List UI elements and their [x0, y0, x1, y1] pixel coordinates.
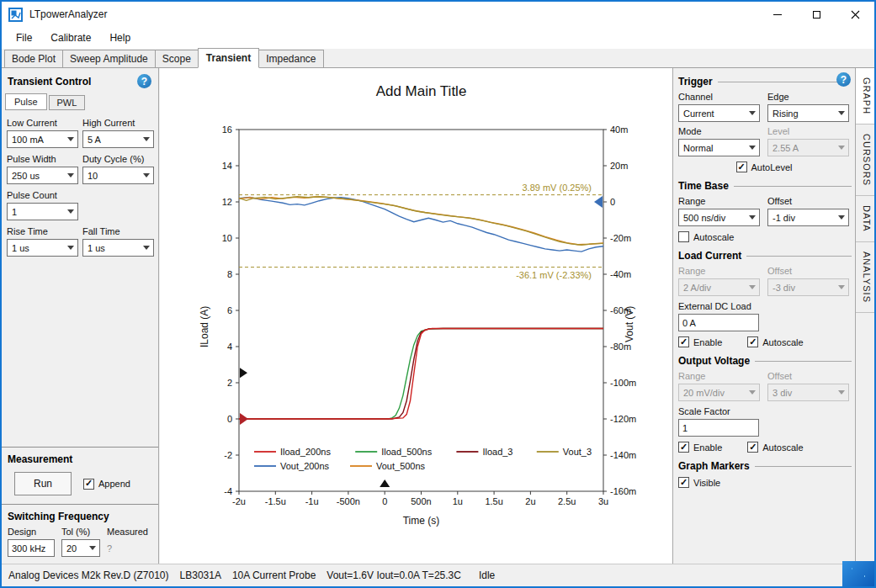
menu-calibrate[interactable]: Calibrate	[41, 29, 100, 47]
chevron-down-icon	[143, 173, 150, 177]
range-label: Range	[678, 196, 760, 206]
y-axis-label-left: ILoad (A)	[199, 306, 210, 347]
low-current-value: 100 mA	[12, 135, 44, 145]
load-current-range-select: 2 A/div	[678, 278, 760, 296]
offset-label: Offset	[767, 196, 849, 206]
run-button[interactable]: Run	[14, 472, 72, 495]
time-base-range-field: Range 500 ns/div	[678, 196, 760, 226]
visible-label: Visible	[693, 478, 720, 488]
status-bar: Analog Devices M2k Rev.D (Z7010) LB3031A…	[2, 564, 874, 586]
transient-control-title: Transient Control	[8, 76, 91, 87]
duty-cycle-select[interactable]: 10	[82, 167, 154, 184]
trigger-edge-select[interactable]: Rising	[767, 104, 849, 122]
tab-sweep-amplitude[interactable]: Sweep Amplitude	[62, 50, 156, 67]
pulse-count-select[interactable]: 1	[7, 203, 78, 220]
tab-transient[interactable]: Transient	[198, 48, 259, 68]
side-tab-cursors[interactable]: CURSORS	[856, 124, 874, 196]
tab-pulse[interactable]: Pulse	[5, 93, 47, 110]
status-readings: Vout=1.6V Iout=0.0A T=25.3C	[327, 569, 461, 581]
fall-time-select[interactable]: 1 us	[82, 239, 154, 257]
tab-scope[interactable]: Scope	[155, 50, 199, 67]
duty-cycle-label: Duty Cycle (%)	[82, 154, 154, 164]
side-tab-analysis[interactable]: ANALYSIS	[856, 242, 874, 313]
menu-help[interactable]: Help	[100, 29, 140, 47]
append-checkbox[interactable]: Append	[83, 479, 130, 490]
window-title: LTpowerAnalyzer	[29, 8, 758, 20]
checkbox-box	[678, 477, 689, 488]
minimize-button[interactable]	[758, 2, 797, 27]
checkbox-box	[736, 162, 747, 172]
trigger-section-header: Trigger	[673, 76, 855, 87]
output-voltage-autoscale-checkbox[interactable]: Autoscale	[747, 442, 803, 453]
scale-factor-input[interactable]	[678, 419, 759, 437]
legend-label-Vout_500ns: Vout_500ns	[376, 461, 426, 471]
load-current-range-field: Range 2 A/div	[678, 266, 760, 296]
output-voltage-section-header: Output Voltage	[673, 355, 855, 367]
measured-label: Measured	[107, 527, 148, 537]
close-button[interactable]	[836, 2, 874, 27]
load-current-autoscale-checkbox[interactable]: Autoscale	[747, 336, 803, 347]
tab-pwl[interactable]: PWL	[49, 95, 86, 110]
y-right-tick-label: -120m	[610, 414, 636, 424]
status-device: Analog Devices M2k Rev.D (Z7010)	[8, 569, 169, 581]
main-tab-bar: Bode Plot Sweep Amplitude Scope Transien…	[2, 49, 874, 68]
y-right-tick-label: -80m	[610, 342, 631, 352]
high-current-select[interactable]: 5 A	[82, 130, 154, 148]
rise-time-select[interactable]: 1 us	[7, 239, 78, 257]
y-right-tick-label: 40m	[610, 124, 628, 135]
range-value: 20 mV/div	[683, 388, 725, 398]
transient-help-icon[interactable]: ?	[137, 74, 151, 88]
app-window: LTpowerAnalyzer File Calibrate Help Bode…	[0, 0, 876, 588]
trigger-level-field: Level 2.55 A	[767, 126, 849, 156]
x-tick-label: 1u	[453, 496, 463, 506]
enable-label: Enable	[693, 442, 722, 453]
menu-file[interactable]: File	[7, 29, 41, 47]
graph-markers-visible-checkbox[interactable]: Visible	[678, 477, 720, 488]
checkbox-box	[747, 336, 758, 347]
low-current-field: Low Current 100 mA	[7, 118, 78, 148]
pulse-mode-tabs: Pulse PWL	[2, 93, 158, 110]
y-right-tick-label: -160m	[610, 486, 636, 496]
design-label: Design	[8, 527, 55, 537]
autolevel-checkbox[interactable]: AutoLevel	[736, 162, 793, 172]
design-input[interactable]	[8, 539, 55, 557]
status-probe: 10A Current Probe	[232, 569, 316, 581]
x-tick-label: -2u	[232, 496, 246, 506]
tab-impedance[interactable]: Impedance	[258, 50, 323, 67]
x-tick-label: 3u	[598, 496, 608, 506]
external-dc-load-input[interactable]	[678, 314, 759, 331]
chevron-down-icon	[143, 246, 150, 250]
load-current-enable-checkbox[interactable]: Enable	[678, 336, 722, 347]
chevron-down-icon	[89, 546, 96, 550]
time-base-range-select[interactable]: 500 ns/div	[678, 209, 760, 226]
x-tick-label: 2.5u	[558, 496, 576, 506]
trigger-mode-select[interactable]: Normal	[678, 139, 760, 156]
trigger-channel-select[interactable]: Current	[678, 104, 760, 122]
y-right-tick-label: -40m	[610, 269, 631, 279]
time-base-autoscale-checkbox[interactable]: Autoscale	[678, 231, 734, 242]
chevron-down-icon	[749, 390, 756, 395]
measured-field: Measured ?	[107, 527, 148, 557]
low-current-select[interactable]: 100 mA	[7, 130, 78, 148]
append-label: Append	[98, 479, 130, 489]
annotation-label: 3.89 mV (0.25%)	[522, 183, 592, 193]
desktop-wallpaper-fragment	[842, 561, 874, 586]
menu-bar: File Calibrate Help	[2, 27, 874, 49]
side-tab-data[interactable]: DATA	[856, 196, 874, 242]
checkbox-box	[747, 442, 758, 453]
y-left-tick-label: 8	[227, 269, 232, 279]
tol-select[interactable]: 20	[61, 539, 100, 557]
close-icon	[851, 10, 860, 19]
time-base-offset-select[interactable]: -1 div	[767, 209, 849, 226]
high-current-field: High Current 5 A	[82, 118, 154, 148]
transient-page: Transient Control ? Pulse PWL Low Curren…	[2, 68, 874, 564]
trigger-help-icon[interactable]: ?	[836, 72, 851, 87]
tab-bode-plot[interactable]: Bode Plot	[4, 50, 63, 67]
chevron-down-icon	[67, 246, 74, 250]
output-voltage-enable-checkbox[interactable]: Enable	[678, 442, 722, 453]
trigger-channel-field: Channel Current	[678, 92, 760, 122]
maximize-button[interactable]	[797, 2, 836, 27]
pulse-width-select[interactable]: 250 us	[7, 167, 78, 184]
switching-frequency-title: Switching Frequency	[8, 511, 109, 522]
side-tab-graph[interactable]: GRAPH	[856, 68, 874, 124]
